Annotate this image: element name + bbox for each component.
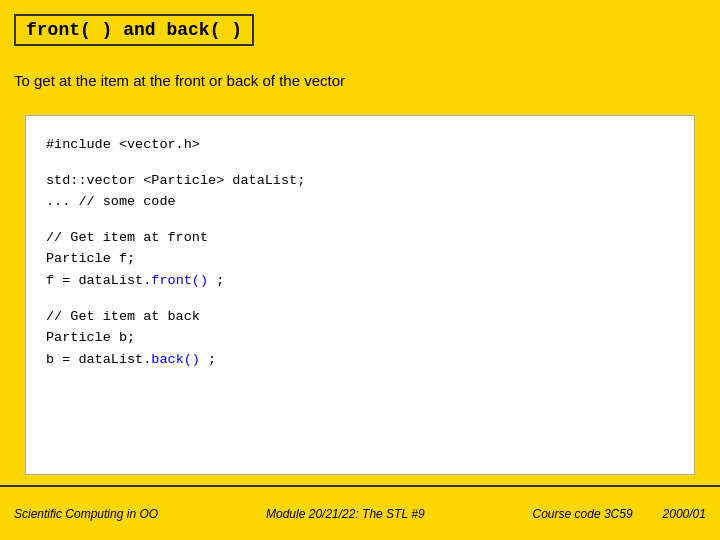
code-front-assignment: f = dataList.front() ; xyxy=(46,273,224,288)
footer-course: Course code 3C59 xyxy=(533,507,633,521)
title-box: front( ) and back( ) xyxy=(14,14,254,46)
footer-year: 2000/01 xyxy=(663,507,706,521)
code-declaration: std::vector <Particle> dataList; ... // … xyxy=(46,170,674,213)
subtitle-text: To get at the item at the front or back … xyxy=(14,72,345,89)
code-back: // Get item at back Particle b; b = data… xyxy=(46,306,674,371)
footer-center: Module 20/21/22: The STL #9 xyxy=(266,507,425,521)
code-front: // Get item at front Particle f; f = dat… xyxy=(46,227,674,292)
title-text: front( ) and back( ) xyxy=(26,20,242,40)
code-back-assignment: b = dataList.back() ; xyxy=(46,352,216,367)
footer-right: Course code 3C59 2000/01 xyxy=(533,507,706,521)
code-block-container: #include <vector.h> std::vector <Particl… xyxy=(25,115,695,475)
code-include: #include <vector.h> xyxy=(46,134,674,156)
footer: Scientific Computing in OO Module 20/21/… xyxy=(0,485,720,540)
footer-left: Scientific Computing in OO xyxy=(14,507,158,521)
